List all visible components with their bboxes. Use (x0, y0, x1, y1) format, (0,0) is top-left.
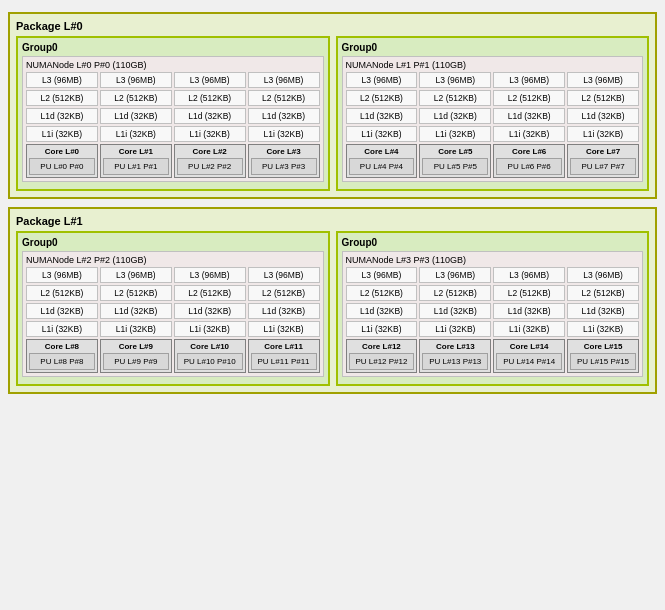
cache-cell: L2 (512KB) (100, 90, 172, 106)
numa-node: NUMANode L#2 P#2 (110GB)L3 (96MB)L3 (96M… (22, 251, 324, 377)
cache-cell: L2 (512KB) (26, 90, 98, 106)
cache-cell: L2 (512KB) (493, 285, 565, 301)
cores-row: Core L#12PU L#12 P#12Core L#13PU L#13 P#… (346, 339, 640, 373)
core: Core L#14PU L#14 P#14 (493, 339, 565, 373)
cache-cell: L2 (512KB) (174, 285, 246, 301)
cache-cell: L3 (96MB) (248, 267, 320, 283)
package-title: Package L#1 (16, 215, 649, 227)
processing-unit: PU L#13 P#13 (422, 353, 488, 370)
processing-unit: PU L#7 P#7 (570, 158, 636, 175)
cache-cell: L1d (32KB) (100, 108, 172, 124)
core-title: Core L#10 (177, 342, 243, 351)
processing-unit: PU L#11 P#11 (251, 353, 317, 370)
cache-cell: L1d (32KB) (26, 303, 98, 319)
numa-title: NUMANode L#2 P#2 (110GB) (26, 255, 320, 265)
cache-cell: L1i (32KB) (26, 321, 98, 337)
processing-unit: PU L#4 P#4 (349, 158, 415, 175)
core: Core L#2PU L#2 P#2 (174, 144, 246, 178)
processing-unit: PU L#3 P#3 (251, 158, 317, 175)
group: Group0NUMANode L#3 P#3 (110GB)L3 (96MB)L… (336, 231, 650, 386)
processing-unit: PU L#5 P#5 (422, 158, 488, 175)
package: Package L#0Group0NUMANode L#0 P#0 (110GB… (8, 12, 657, 199)
core-title: Core L#7 (570, 147, 636, 156)
cache-cell: L1d (32KB) (248, 108, 320, 124)
cache-cell: L3 (96MB) (346, 72, 418, 88)
core-title: Core L#2 (177, 147, 243, 156)
group-title: Group0 (342, 237, 644, 248)
package-title: Package L#0 (16, 20, 649, 32)
core: Core L#10PU L#10 P#10 (174, 339, 246, 373)
processing-unit: PU L#0 P#0 (29, 158, 95, 175)
package: Package L#1Group0NUMANode L#2 P#2 (110GB… (8, 207, 657, 394)
cache-cell: L2 (512KB) (174, 90, 246, 106)
core: Core L#9PU L#9 P#9 (100, 339, 172, 373)
cores-row: Core L#0PU L#0 P#0Core L#1PU L#1 P#1Core… (26, 144, 320, 178)
cache-cell: L3 (96MB) (346, 267, 418, 283)
core-title: Core L#5 (422, 147, 488, 156)
cache-cell: L3 (96MB) (100, 267, 172, 283)
cache-cell: L1d (32KB) (419, 108, 491, 124)
cache-cell: L3 (96MB) (419, 72, 491, 88)
group: Group0NUMANode L#0 P#0 (110GB)L3 (96MB)L… (16, 36, 330, 191)
numa-title: NUMANode L#1 P#1 (110GB) (346, 60, 640, 70)
cache-cell: L1i (32KB) (346, 126, 418, 142)
cache-cell: L3 (96MB) (567, 267, 639, 283)
cache-cell: L1d (32KB) (174, 108, 246, 124)
group-title: Group0 (22, 237, 324, 248)
core: Core L#12PU L#12 P#12 (346, 339, 418, 373)
machine-container: Package L#0Group0NUMANode L#0 P#0 (110GB… (8, 12, 657, 394)
cache-cell: L3 (96MB) (100, 72, 172, 88)
core-title: Core L#9 (103, 342, 169, 351)
cache-cell: L1d (32KB) (493, 108, 565, 124)
cache-cell: L1d (32KB) (493, 303, 565, 319)
core: Core L#7PU L#7 P#7 (567, 144, 639, 178)
cache-cell: L3 (96MB) (493, 72, 565, 88)
cache-cell: L3 (96MB) (174, 267, 246, 283)
processing-unit: PU L#6 P#6 (496, 158, 562, 175)
cache-cell: L1i (32KB) (567, 321, 639, 337)
numa-node: NUMANode L#3 P#3 (110GB)L3 (96MB)L3 (96M… (342, 251, 644, 377)
cache-cell: L1d (32KB) (346, 303, 418, 319)
core-title: Core L#1 (103, 147, 169, 156)
processing-unit: PU L#9 P#9 (103, 353, 169, 370)
group: Group0NUMANode L#2 P#2 (110GB)L3 (96MB)L… (16, 231, 330, 386)
cache-cell: L1d (32KB) (346, 108, 418, 124)
cache-cell: L1i (32KB) (493, 126, 565, 142)
cache-cell: L1i (32KB) (419, 126, 491, 142)
numa-title: NUMANode L#3 P#3 (110GB) (346, 255, 640, 265)
cache-cell: L2 (512KB) (493, 90, 565, 106)
cache-cell: L3 (96MB) (419, 267, 491, 283)
cache-cell: L3 (96MB) (493, 267, 565, 283)
cache-cell: L2 (512KB) (567, 90, 639, 106)
core-title: Core L#6 (496, 147, 562, 156)
cores-row: Core L#8PU L#8 P#8Core L#9PU L#9 P#9Core… (26, 339, 320, 373)
cache-cell: L1d (32KB) (567, 108, 639, 124)
cache-cell: L1i (32KB) (100, 126, 172, 142)
cache-cell: L3 (96MB) (174, 72, 246, 88)
group: Group0NUMANode L#1 P#1 (110GB)L3 (96MB)L… (336, 36, 650, 191)
processing-unit: PU L#10 P#10 (177, 353, 243, 370)
cache-cell: L3 (96MB) (567, 72, 639, 88)
cache-cell: L2 (512KB) (346, 285, 418, 301)
numa-title: NUMANode L#0 P#0 (110GB) (26, 60, 320, 70)
cache-cell: L1d (32KB) (419, 303, 491, 319)
core: Core L#8PU L#8 P#8 (26, 339, 98, 373)
cores-row: Core L#4PU L#4 P#4Core L#5PU L#5 P#5Core… (346, 144, 640, 178)
numa-node: NUMANode L#1 P#1 (110GB)L3 (96MB)L3 (96M… (342, 56, 644, 182)
cache-cell: L1d (32KB) (248, 303, 320, 319)
cache-cell: L2 (512KB) (567, 285, 639, 301)
core-title: Core L#12 (349, 342, 415, 351)
core-title: Core L#0 (29, 147, 95, 156)
cache-cell: L1d (32KB) (567, 303, 639, 319)
processing-unit: PU L#2 P#2 (177, 158, 243, 175)
core-title: Core L#15 (570, 342, 636, 351)
core-title: Core L#13 (422, 342, 488, 351)
cache-cell: L1i (32KB) (419, 321, 491, 337)
cache-cell: L1i (32KB) (100, 321, 172, 337)
core: Core L#11PU L#11 P#11 (248, 339, 320, 373)
core: Core L#3PU L#3 P#3 (248, 144, 320, 178)
cache-cell: L3 (96MB) (26, 267, 98, 283)
group-title: Group0 (22, 42, 324, 53)
cache-cell: L2 (512KB) (346, 90, 418, 106)
cache-cell: L1i (32KB) (174, 321, 246, 337)
